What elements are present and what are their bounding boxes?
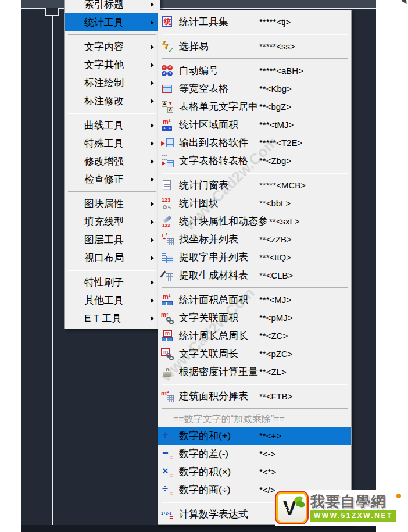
menu-item-shortcut: *<-> <box>258 449 275 459</box>
menu-item[interactable]: 其他工具 <box>65 291 160 309</box>
context-menu: 索引标题统计工具文字内容文字其他标注绘制标注修改曲线工具特殊工具修改增强检查修正… <box>64 0 160 329</box>
menu-item-label: 填充线型 <box>84 215 151 228</box>
submenu-arrow-icon <box>151 63 154 67</box>
submenu-arrow-icon <box>151 141 154 146</box>
menu-item[interactable]: 特殊工具 <box>65 134 160 152</box>
submenu-item[interactable]: ϟ✓选择易*****<ss> <box>158 37 351 55</box>
submenu-item[interactable]: 123统计块属性和动态参**<sxL> <box>158 212 351 230</box>
menu-item-label: 等宽空表格 <box>179 82 258 95</box>
menu-item-label: 数字的商(÷) <box>179 483 258 497</box>
menu-item-shortcut: *****<T2E> <box>258 138 302 148</box>
menu-item[interactable]: 标注绘制 <box>65 74 160 92</box>
menu-item-label: 找坐标并列表 <box>179 233 258 246</box>
m-ruler-icon: m <box>161 330 174 342</box>
submenu-item[interactable]: m²建筑面积分摊表**<FTB> <box>158 387 351 405</box>
submenu-arrow-icon <box>151 202 154 206</box>
submenu-item[interactable]: m统计周长总周长**<ZC> <box>158 327 351 345</box>
menu-item-label: 数字的和(+) <box>179 429 258 442</box>
menu-item-shortcut: *****<aBH> <box>258 66 303 76</box>
submenu-item[interactable]: ×=数字的积(×)*<*> <box>158 463 351 481</box>
submenu-arrow-icon <box>151 20 154 25</box>
submenu-arrow-icon <box>151 99 154 103</box>
menu-item-label: 统计块属性和动态参 <box>179 215 268 228</box>
menu-separator <box>158 284 351 291</box>
menu-item-shortcut: **<FTB> <box>258 391 293 401</box>
menu-item-label: 统计周长总周长 <box>179 329 258 342</box>
submenu-item[interactable]: 统统计工具集*****<tj> <box>158 13 351 31</box>
menu-item[interactable]: 统计工具 <box>65 13 160 31</box>
menu-item-shortcut: **<Zbg> <box>258 156 291 166</box>
menu-item-label: 文字关联面积 <box>179 311 258 324</box>
menu-item-label: 特殊工具 <box>84 137 151 150</box>
submenu-item[interactable]: 文字表格转表格**<Zbg> <box>158 152 351 170</box>
submenu-item[interactable]: −=数字的差(-)*<-> <box>158 445 351 463</box>
submenu-item[interactable]: AA表格单元文字居中**<bgZ> <box>158 98 351 116</box>
menu-item-label: 图层工具 <box>84 233 151 247</box>
select-easy-icon: ϟ✓ <box>161 40 174 53</box>
menu-item-label: 其他工具 <box>84 294 151 307</box>
m-link-icon: m <box>161 348 174 360</box>
cell-center-icon: AA <box>161 101 174 113</box>
menu-group-caption: ==数字文字的“加减乘除”== <box>158 412 351 427</box>
calc-expr-icon: 1+2-1= <box>161 508 174 521</box>
submenu-item[interactable]: 提取字串并列表***<ttQ> <box>158 248 351 266</box>
submenu-arrow-icon <box>151 238 154 242</box>
menu-item-label: 统计工具 <box>84 16 151 29</box>
menu-item[interactable]: 检查修正 <box>65 170 160 188</box>
menu-item[interactable]: 视口布局 <box>65 249 160 267</box>
cursor-arrow-icon <box>401 0 408 6</box>
menu-item-label: 标注修改 <box>84 94 151 108</box>
menu-item[interactable]: 修改增强 <box>65 152 160 170</box>
menu-item-shortcut: *</> <box>258 485 275 495</box>
menu-item-label: 输出到表格软件 <box>179 136 258 149</box>
menu-item-shortcut: *<*> <box>258 467 276 477</box>
menu-item[interactable]: 索引标题 <box>65 0 160 13</box>
times-eq-icon: ×= <box>161 466 174 479</box>
submenu-item[interactable]: 统计门窗表*****<MCB> <box>158 176 351 194</box>
menu-item[interactable]: E T 工具 <box>65 309 160 327</box>
menu-item[interactable]: 图层工具 <box>65 231 160 249</box>
submenu-item[interactable]: m²统计面积总面积***<MJ> <box>158 291 351 309</box>
menu-item-label: 表格单元文字居中 <box>179 100 258 113</box>
submenu-arrow-icon <box>151 81 154 85</box>
menu-separator <box>158 170 351 176</box>
menu-item-shortcut: **<bbL> <box>258 198 291 208</box>
menu-item[interactable]: 图块属性 <box>65 195 160 213</box>
submenu-arrow-icon <box>151 2 154 7</box>
menu-item[interactable]: 标注修改 <box>65 92 160 110</box>
menu-item[interactable]: 文字内容 <box>65 38 160 56</box>
submenu-item[interactable]: m文字关联周长**<pZC> <box>158 345 351 363</box>
menu-separator <box>158 405 351 412</box>
submenu-item[interactable]: 输出到表格软件*****<T2E> <box>158 134 351 152</box>
menu-item[interactable]: 文字其他 <box>65 56 160 74</box>
stat-set-icon: 统 <box>161 16 174 28</box>
watermark-title-text: 我要自學網 <box>310 493 386 509</box>
submenu-item[interactable]: 等宽空表格**<Kbg> <box>158 80 351 98</box>
menu-item[interactable]: 特性刷子 <box>65 273 160 291</box>
weight-icon <box>161 366 174 379</box>
text-to-table-icon <box>161 155 174 167</box>
menu-item-label: 自动编号 <box>179 64 258 77</box>
submenu-item[interactable]: 123统计图块**<bbL> <box>158 194 351 212</box>
submenu-item[interactable]: 1234自动编号*****<aBH> <box>158 62 351 80</box>
site-watermark: V 我要自學網 WWW.51ZXW.NET <box>275 490 408 526</box>
menu-item-shortcut: **<ZL> <box>258 367 287 377</box>
submenu-item[interactable]: +=数字的和(+)**<+> <box>158 427 351 445</box>
submenu-item[interactable]: 根据密度计算重量**<ZL> <box>158 363 351 381</box>
menu-item[interactable]: 曲线工具 <box>65 116 160 134</box>
menu-separator <box>158 381 351 387</box>
menu-item[interactable]: 填充线型 <box>65 213 160 231</box>
submenu-item[interactable]: m²文字关联面积**<pMJ> <box>158 309 351 327</box>
menu-separator <box>158 55 351 62</box>
watermark-title: 我要自學網 <box>310 494 396 510</box>
menu-item-label: 根据密度计算重量 <box>179 365 258 379</box>
menu-item-label: 建筑面积分摊表 <box>179 390 258 403</box>
door-window-icon <box>161 179 174 192</box>
menu-item-label: 视口布局 <box>84 251 151 265</box>
minus-eq-icon: −= <box>161 448 174 460</box>
menu-item-shortcut: **<pZC> <box>258 349 293 359</box>
submenu-item[interactable]: 提取生成材料表**<CLB> <box>158 266 351 284</box>
submenu-item[interactable]: +++找坐标并列表**<zZB> <box>158 230 351 248</box>
submenu-item[interactable]: m²11统计区域面积***<tMJ> <box>158 116 351 134</box>
menu-item-shortcut: ***<tMJ> <box>258 120 294 130</box>
